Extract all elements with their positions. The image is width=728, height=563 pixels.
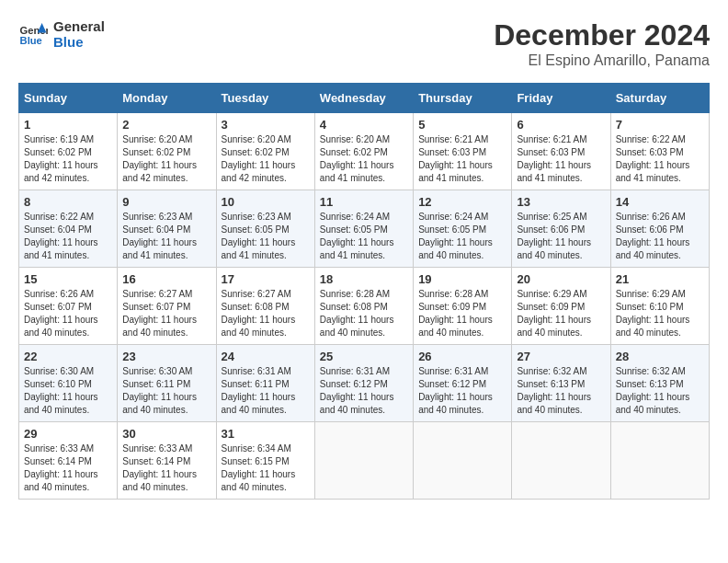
table-row: 6Sunrise: 6:21 AMSunset: 6:03 PMDaylight… — [512, 113, 610, 190]
col-friday: Friday — [512, 84, 610, 113]
calendar-week-row: 1Sunrise: 6:19 AMSunset: 6:02 PMDaylight… — [19, 113, 710, 190]
day-info: Sunrise: 6:31 AMSunset: 6:12 PMDaylight:… — [320, 365, 408, 417]
day-info: Sunrise: 6:20 AMSunset: 6:02 PMDaylight:… — [320, 133, 408, 185]
calendar-week-row: 22Sunrise: 6:30 AMSunset: 6:10 PMDayligh… — [19, 345, 710, 422]
table-row: 1Sunrise: 6:19 AMSunset: 6:02 PMDaylight… — [19, 113, 118, 190]
svg-text:Blue: Blue — [20, 35, 42, 46]
col-wednesday: Wednesday — [314, 84, 413, 113]
table-row: 20Sunrise: 6:29 AMSunset: 6:09 PMDayligh… — [512, 268, 610, 345]
table-row — [610, 422, 709, 500]
day-number: 30 — [122, 427, 210, 441]
day-info: Sunrise: 6:33 AMSunset: 6:14 PMDaylight:… — [24, 442, 112, 494]
table-row: 13Sunrise: 6:25 AMSunset: 6:06 PMDayligh… — [512, 190, 610, 268]
table-row: 17Sunrise: 6:27 AMSunset: 6:08 PMDayligh… — [216, 268, 314, 345]
day-info: Sunrise: 6:29 AMSunset: 6:10 PMDaylight:… — [616, 288, 704, 339]
day-info: Sunrise: 6:22 AMSunset: 6:03 PMDaylight:… — [616, 133, 704, 185]
col-tuesday: Tuesday — [216, 84, 314, 113]
day-info: Sunrise: 6:28 AMSunset: 6:08 PMDaylight:… — [320, 288, 408, 339]
table-row: 31Sunrise: 6:34 AMSunset: 6:15 PMDayligh… — [216, 422, 314, 500]
day-number: 3 — [222, 118, 310, 132]
table-row: 26Sunrise: 6:31 AMSunset: 6:12 PMDayligh… — [414, 345, 512, 422]
table-row: 2Sunrise: 6:20 AMSunset: 6:02 PMDaylight… — [118, 113, 216, 190]
col-thursday: Thursday — [414, 84, 512, 113]
table-row: 10Sunrise: 6:23 AMSunset: 6:05 PMDayligh… — [216, 190, 314, 268]
day-info: Sunrise: 6:25 AMSunset: 6:06 PMDaylight:… — [517, 211, 605, 262]
table-row: 29Sunrise: 6:33 AMSunset: 6:14 PMDayligh… — [19, 422, 118, 500]
day-number: 2 — [122, 118, 210, 132]
day-info: Sunrise: 6:27 AMSunset: 6:08 PMDaylight:… — [222, 288, 310, 339]
day-info: Sunrise: 6:20 AMSunset: 6:02 PMDaylight:… — [122, 133, 210, 185]
day-info: Sunrise: 6:34 AMSunset: 6:15 PMDaylight:… — [222, 442, 310, 494]
table-row: 25Sunrise: 6:31 AMSunset: 6:12 PMDayligh… — [314, 345, 413, 422]
day-number: 7 — [616, 118, 704, 132]
day-number: 27 — [517, 350, 605, 363]
day-number: 26 — [418, 350, 506, 363]
table-row: 16Sunrise: 6:27 AMSunset: 6:07 PMDayligh… — [118, 268, 216, 345]
table-row: 3Sunrise: 6:20 AMSunset: 6:02 PMDaylight… — [216, 113, 314, 190]
day-number: 23 — [122, 350, 210, 363]
day-info: Sunrise: 6:19 AMSunset: 6:02 PMDaylight:… — [24, 133, 112, 185]
calendar-week-row: 29Sunrise: 6:33 AMSunset: 6:14 PMDayligh… — [19, 422, 710, 500]
day-number: 14 — [616, 195, 704, 209]
day-number: 10 — [222, 195, 310, 209]
calendar-header-row: Sunday Monday Tuesday Wednesday Thursday… — [19, 84, 710, 113]
table-row — [314, 422, 413, 500]
day-info: Sunrise: 6:31 AMSunset: 6:11 PMDaylight:… — [222, 365, 310, 417]
table-row: 24Sunrise: 6:31 AMSunset: 6:11 PMDayligh… — [216, 345, 314, 422]
day-number: 15 — [24, 272, 112, 286]
day-number: 29 — [24, 427, 112, 441]
col-monday: Monday — [118, 84, 216, 113]
day-info: Sunrise: 6:24 AMSunset: 6:05 PMDaylight:… — [418, 211, 506, 262]
day-number: 16 — [122, 272, 210, 286]
col-saturday: Saturday — [610, 84, 709, 113]
day-info: Sunrise: 6:26 AMSunset: 6:06 PMDaylight:… — [616, 211, 704, 262]
day-number: 20 — [517, 272, 605, 286]
day-number: 9 — [122, 195, 210, 209]
day-info: Sunrise: 6:30 AMSunset: 6:10 PMDaylight:… — [24, 365, 112, 417]
day-number: 4 — [320, 118, 408, 132]
day-number: 31 — [222, 427, 310, 441]
day-number: 22 — [24, 350, 112, 363]
calendar-table: Sunday Monday Tuesday Wednesday Thursday… — [18, 83, 710, 500]
day-number: 17 — [222, 272, 310, 286]
day-info: Sunrise: 6:24 AMSunset: 6:05 PMDaylight:… — [320, 211, 408, 262]
page-header: General Blue General Blue December 2024 … — [18, 18, 710, 69]
table-row: 7Sunrise: 6:22 AMSunset: 6:03 PMDaylight… — [610, 113, 709, 190]
table-row: 30Sunrise: 6:33 AMSunset: 6:14 PMDayligh… — [118, 422, 216, 500]
table-row: 28Sunrise: 6:32 AMSunset: 6:13 PMDayligh… — [610, 345, 709, 422]
day-number: 8 — [24, 195, 112, 209]
col-sunday: Sunday — [19, 84, 118, 113]
day-number: 25 — [320, 350, 408, 363]
day-info: Sunrise: 6:21 AMSunset: 6:03 PMDaylight:… — [418, 133, 506, 185]
day-info: Sunrise: 6:33 AMSunset: 6:14 PMDaylight:… — [122, 442, 210, 494]
day-info: Sunrise: 6:27 AMSunset: 6:07 PMDaylight:… — [122, 288, 210, 339]
table-row: 21Sunrise: 6:29 AMSunset: 6:10 PMDayligh… — [610, 268, 709, 345]
table-row: 19Sunrise: 6:28 AMSunset: 6:09 PMDayligh… — [414, 268, 512, 345]
table-row: 12Sunrise: 6:24 AMSunset: 6:05 PMDayligh… — [414, 190, 512, 268]
day-info: Sunrise: 6:23 AMSunset: 6:04 PMDaylight:… — [122, 211, 210, 262]
table-row: 23Sunrise: 6:30 AMSunset: 6:11 PMDayligh… — [118, 345, 216, 422]
calendar-week-row: 15Sunrise: 6:26 AMSunset: 6:07 PMDayligh… — [19, 268, 710, 345]
table-row: 14Sunrise: 6:26 AMSunset: 6:06 PMDayligh… — [610, 190, 709, 268]
day-info: Sunrise: 6:32 AMSunset: 6:13 PMDaylight:… — [517, 365, 605, 417]
day-number: 1 — [24, 118, 112, 132]
day-info: Sunrise: 6:26 AMSunset: 6:07 PMDaylight:… — [24, 288, 112, 339]
logo-icon: General Blue — [18, 19, 48, 49]
table-row: 27Sunrise: 6:32 AMSunset: 6:13 PMDayligh… — [512, 345, 610, 422]
table-row: 18Sunrise: 6:28 AMSunset: 6:08 PMDayligh… — [314, 268, 413, 345]
day-info: Sunrise: 6:31 AMSunset: 6:12 PMDaylight:… — [418, 365, 506, 417]
table-row: 4Sunrise: 6:20 AMSunset: 6:02 PMDaylight… — [314, 113, 413, 190]
table-row: 5Sunrise: 6:21 AMSunset: 6:03 PMDaylight… — [414, 113, 512, 190]
month-title: December 2024 — [494, 18, 710, 52]
day-info: Sunrise: 6:32 AMSunset: 6:13 PMDaylight:… — [616, 365, 704, 417]
table-row — [512, 422, 610, 500]
day-number: 18 — [320, 272, 408, 286]
table-row: 8Sunrise: 6:22 AMSunset: 6:04 PMDaylight… — [19, 190, 118, 268]
logo: General Blue General Blue — [18, 18, 105, 50]
day-info: Sunrise: 6:22 AMSunset: 6:04 PMDaylight:… — [24, 211, 112, 262]
logo-general: General — [53, 18, 105, 34]
day-info: Sunrise: 6:23 AMSunset: 6:05 PMDaylight:… — [222, 211, 310, 262]
day-info: Sunrise: 6:20 AMSunset: 6:02 PMDaylight:… — [222, 133, 310, 185]
day-info: Sunrise: 6:28 AMSunset: 6:09 PMDaylight:… — [418, 288, 506, 339]
calendar-week-row: 8Sunrise: 6:22 AMSunset: 6:04 PMDaylight… — [19, 190, 710, 268]
